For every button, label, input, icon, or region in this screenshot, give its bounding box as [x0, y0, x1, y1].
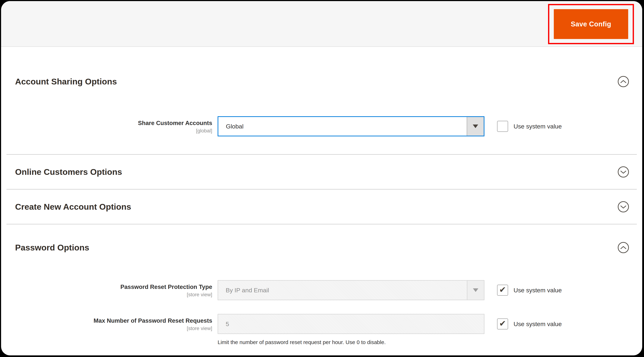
field-password-reset-protection-type: Password Reset Protection Type [store vi… — [6, 280, 637, 300]
section-create-new-account: Create New Account Options — [6, 190, 637, 224]
chevron-down-icon[interactable] — [618, 201, 629, 213]
field-label: Password Reset Protection Type — [6, 283, 212, 291]
field-control-col — [218, 314, 484, 334]
select-arrow-zone[interactable] — [467, 117, 484, 136]
field-label-col: Password Reset Protection Type [store vi… — [6, 280, 212, 298]
share-customer-accounts-select[interactable]: Global — [218, 116, 484, 136]
select-value: Global — [226, 123, 244, 130]
admin-config-page: Save Config Account Sharing Options Shar… — [1, 1, 642, 356]
config-sections: Account Sharing Options Share Customer A… — [1, 47, 642, 346]
section-online-customers: Online Customers Options — [6, 155, 637, 189]
select-value: By IP and Email — [226, 287, 269, 294]
save-config-button[interactable]: Save Config — [554, 9, 628, 39]
field-share-customer-accounts: Share Customer Accounts [global] Global … — [6, 116, 637, 136]
section-title: Account Sharing Options — [15, 75, 117, 88]
use-system-value-group: ✔ Use system value — [497, 280, 562, 300]
field-max-password-reset-requests: Max Number of Password Reset Requests [s… — [6, 314, 637, 334]
use-system-value-label: Use system value — [514, 320, 562, 328]
field-control-col: Global — [218, 116, 484, 136]
section-create-new-account-header[interactable]: Create New Account Options — [6, 200, 637, 213]
use-system-value-label: Use system value — [514, 123, 562, 130]
field-scope: [store view] — [6, 291, 212, 298]
use-system-value-checkbox[interactable] — [497, 121, 508, 132]
chevron-up-icon[interactable] — [618, 76, 629, 88]
dropdown-arrow-icon — [473, 288, 478, 292]
section-online-customers-header[interactable]: Online Customers Options — [6, 166, 637, 178]
use-system-value-label: Use system value — [514, 287, 562, 294]
field-scope: [store view] — [6, 325, 212, 332]
field-label: Share Customer Accounts — [6, 119, 212, 127]
use-system-value-group: ✔ Use system value — [497, 314, 562, 334]
save-config-highlight-box: Save Config — [548, 4, 634, 44]
dropdown-arrow-icon — [473, 124, 478, 128]
section-title: Password Options — [15, 241, 89, 254]
section-password-options-header[interactable]: Password Options — [6, 224, 637, 254]
select-arrow-zone — [467, 281, 484, 300]
field-label-col: Share Customer Accounts [global] — [6, 116, 212, 134]
field-note: Limit the number of password reset reque… — [218, 339, 637, 346]
field-control-col: By IP and Email — [218, 280, 484, 300]
section-title: Online Customers Options — [15, 166, 122, 178]
field-label-col: Max Number of Password Reset Requests [s… — [6, 314, 212, 332]
use-system-value-group: Use system value — [497, 116, 562, 136]
password-reset-protection-type-select: By IP and Email — [218, 280, 484, 300]
field-scope: [global] — [6, 127, 212, 134]
use-system-value-checkbox[interactable]: ✔ — [497, 284, 508, 296]
chevron-down-icon[interactable] — [618, 166, 629, 178]
section-title: Create New Account Options — [15, 200, 131, 213]
max-password-reset-requests-input — [218, 314, 484, 334]
section-account-sharing-header[interactable]: Account Sharing Options — [6, 47, 637, 88]
page-toolbar: Save Config — [1, 1, 642, 47]
field-label: Max Number of Password Reset Requests — [6, 317, 212, 325]
use-system-value-checkbox[interactable]: ✔ — [497, 318, 508, 330]
chevron-up-icon[interactable] — [618, 242, 629, 254]
